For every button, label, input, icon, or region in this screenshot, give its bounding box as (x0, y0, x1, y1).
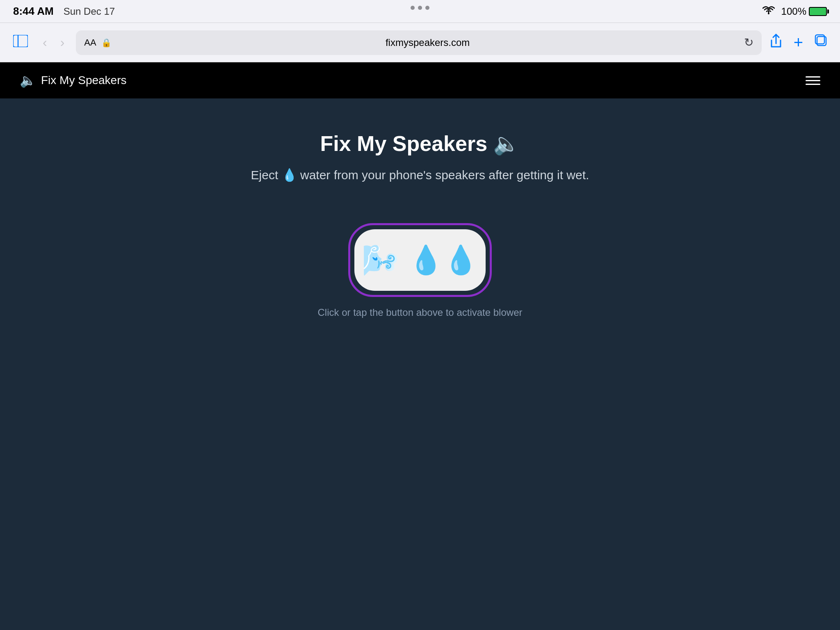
tab-dots (411, 6, 429, 10)
browser-actions: + (768, 32, 830, 53)
battery-icon (809, 7, 827, 16)
share-button[interactable] (768, 32, 784, 53)
main-content: Fix My Speakers 🔈 Eject 💧 water from you… (0, 98, 840, 630)
status-time: 8:44 AM (13, 5, 54, 18)
battery-indicator: 100% (781, 6, 827, 17)
nav-bar: 🔈 Fix My Speakers (0, 62, 840, 98)
blower-section: 🌬️ 💧💧 Click or tap the button above to a… (318, 223, 523, 318)
status-right: 100% (762, 6, 827, 17)
reload-button[interactable]: ↻ (744, 36, 753, 49)
back-button[interactable]: ‹ (38, 32, 52, 53)
add-tab-button[interactable]: + (792, 32, 805, 53)
wind-emoji: 🌬️ (362, 243, 399, 278)
sidebar-toggle-button[interactable] (10, 32, 31, 54)
status-date: Sun Dec 17 (64, 6, 115, 17)
svg-rect-1 (13, 35, 28, 47)
svg-point-0 (768, 13, 769, 14)
blower-button[interactable]: 🌬️ 💧💧 (354, 229, 486, 291)
page-title: Fix My Speakers 🔈 (320, 131, 520, 156)
nav-buttons: ‹ › (38, 32, 69, 53)
lock-icon: 🔒 (101, 38, 112, 48)
forward-button[interactable]: › (55, 32, 70, 53)
brand-icon: 🔈 (20, 73, 36, 88)
wifi-icon (762, 6, 775, 17)
brand: 🔈 Fix My Speakers (20, 73, 127, 88)
hamburger-menu[interactable] (806, 76, 820, 85)
browser-chrome: ‹ › AA 🔒 fixmyspeakers.com ↻ + (0, 23, 840, 62)
text-size-label[interactable]: AA (84, 37, 96, 48)
brand-name: Fix My Speakers (41, 74, 127, 87)
status-bar: 8:44 AM Sun Dec 17 100% (0, 0, 840, 23)
blower-button-border[interactable]: 🌬️ 💧💧 (348, 223, 492, 297)
page-subtitle: Eject 💧 water from your phone's speakers… (251, 168, 589, 182)
url-text[interactable]: fixmyspeakers.com (116, 37, 739, 48)
water-drops-emoji: 💧💧 (409, 244, 478, 276)
url-bar[interactable]: AA 🔒 fixmyspeakers.com ↻ (76, 30, 761, 55)
status-left: 8:44 AM Sun Dec 17 (13, 5, 115, 18)
button-hint: Click or tap the button above to activat… (318, 307, 523, 318)
tabs-button[interactable] (813, 32, 830, 53)
battery-percent: 100% (781, 6, 806, 17)
